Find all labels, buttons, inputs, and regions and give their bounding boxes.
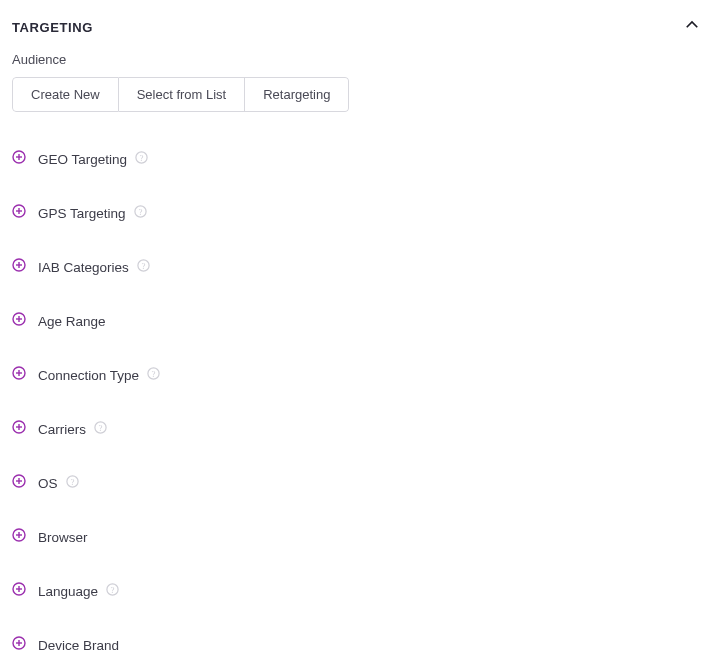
targeting-option-row[interactable]: Age Range <box>12 294 701 348</box>
help-icon[interactable]: ? <box>139 366 160 384</box>
help-icon[interactable]: ? <box>98 582 119 600</box>
targeting-option-row[interactable]: IAB Categories? <box>12 240 701 294</box>
svg-text:?: ? <box>141 261 145 271</box>
svg-text:?: ? <box>111 585 115 595</box>
option-label: GEO Targeting <box>38 152 127 167</box>
option-label: Carriers <box>38 422 86 437</box>
retargeting-button[interactable]: Retargeting <box>245 77 349 112</box>
option-label: Age Range <box>38 314 106 329</box>
help-icon[interactable]: ? <box>58 474 79 492</box>
option-label: Device Brand <box>38 638 119 653</box>
option-label: Connection Type <box>38 368 139 383</box>
plus-circle-icon <box>12 150 38 168</box>
svg-text:?: ? <box>70 477 74 487</box>
plus-circle-icon <box>12 474 38 492</box>
targeting-option-row[interactable]: Connection Type? <box>12 348 701 402</box>
help-icon[interactable]: ? <box>127 150 148 168</box>
option-label: Language <box>38 584 98 599</box>
plus-circle-icon <box>12 366 38 384</box>
option-label: IAB Categories <box>38 260 129 275</box>
targeting-panel-header[interactable]: TARGETING <box>12 12 701 52</box>
plus-circle-icon <box>12 204 38 222</box>
chevron-up-icon <box>683 16 701 38</box>
svg-text:?: ? <box>140 153 144 163</box>
targeting-option-row[interactable]: Language? <box>12 564 701 618</box>
help-icon[interactable]: ? <box>129 258 150 276</box>
help-icon[interactable]: ? <box>126 204 147 222</box>
option-label: Browser <box>38 530 88 545</box>
plus-circle-icon <box>12 528 38 546</box>
svg-text:?: ? <box>152 369 156 379</box>
plus-circle-icon <box>12 420 38 438</box>
svg-text:?: ? <box>99 423 103 433</box>
plus-circle-icon <box>12 636 38 652</box>
targeting-option-row[interactable]: Carriers? <box>12 402 701 456</box>
help-icon[interactable]: ? <box>86 420 107 438</box>
targeting-option-row[interactable]: GPS Targeting? <box>12 186 701 240</box>
targeting-options-list: GEO Targeting?GPS Targeting?IAB Categori… <box>12 132 701 652</box>
panel-title: TARGETING <box>12 20 93 35</box>
option-label: GPS Targeting <box>38 206 126 221</box>
audience-label: Audience <box>12 52 701 67</box>
select-from-list-button[interactable]: Select from List <box>119 77 246 112</box>
option-label: OS <box>38 476 58 491</box>
svg-text:?: ? <box>138 207 142 217</box>
targeting-option-row[interactable]: OS? <box>12 456 701 510</box>
plus-circle-icon <box>12 258 38 276</box>
targeting-option-row[interactable]: Browser <box>12 510 701 564</box>
targeting-option-row[interactable]: GEO Targeting? <box>12 132 701 186</box>
create-new-button[interactable]: Create New <box>12 77 119 112</box>
plus-circle-icon <box>12 312 38 330</box>
targeting-option-row[interactable]: Device Brand <box>12 618 701 652</box>
plus-circle-icon <box>12 582 38 600</box>
audience-button-group: Create New Select from List Retargeting <box>12 77 349 112</box>
